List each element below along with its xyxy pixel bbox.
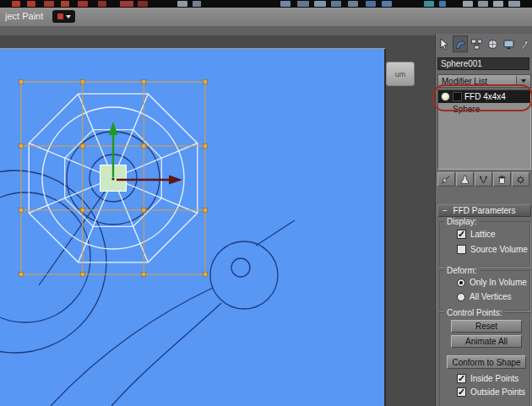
pin-icon: [442, 176, 450, 183]
object-paint-dropdown[interactable]: [52, 10, 75, 23]
stack-item-label: FFD 4x4x4: [464, 92, 506, 101]
tab-hierarchy[interactable]: [469, 35, 484, 52]
background-object-wireframe: [0, 132, 295, 406]
tab-display[interactable]: [501, 35, 516, 52]
radio-icon: [457, 279, 465, 287]
modifier-list-label: Modifier List: [442, 77, 487, 86]
toolbar-icon[interactable]: [424, 1, 434, 7]
checkbox-icon: [457, 374, 466, 383]
toolbar-icon[interactable]: [493, 1, 503, 7]
viewport[interactable]: [0, 49, 386, 406]
tab-utilities[interactable]: [517, 35, 532, 52]
viewport-widget[interactable]: um: [386, 62, 415, 86]
display-group: Display: Lattice Source Volume: [439, 221, 530, 267]
tab-object-paint[interactable]: ject Paint: [5, 11, 43, 21]
tab-motion[interactable]: [485, 35, 500, 52]
stack-item-sphere[interactable]: Sphere: [438, 103, 530, 116]
modifier-enabled-bulb-icon[interactable]: [441, 92, 450, 101]
toolbar-icon[interactable]: [280, 1, 290, 7]
command-panel: Modifier List FFD 4x4x4 Sphere: [435, 34, 532, 406]
checkbox-lattice[interactable]: Lattice: [457, 230, 495, 239]
viewport-canvas: [0, 49, 384, 406]
pin-stack-button[interactable]: [437, 172, 455, 187]
configure-modifier-sets-button[interactable]: [512, 172, 529, 187]
viewport-widget-label: um: [395, 70, 406, 78]
show-end-result-button[interactable]: [456, 172, 474, 187]
deform-group-label: Deform:: [444, 266, 480, 275]
control-points-group: Control Points: Reset Animate All Confor…: [439, 312, 530, 406]
toolbar-icon[interactable]: [478, 1, 488, 7]
toolbar-icon[interactable]: [366, 1, 376, 7]
toolbar-icon[interactable]: [314, 1, 326, 7]
conform-to-shape-button[interactable]: Conform to Shape: [447, 355, 526, 369]
gizmo-center: [111, 177, 114, 180]
modifier-icon: [453, 92, 462, 101]
toolbar-icon[interactable]: [348, 1, 358, 7]
checkbox-icon: [457, 387, 466, 397]
checkbox-icon: [457, 245, 466, 254]
arrow-cursor-icon: [441, 39, 448, 50]
checkbox-label: Outside Points: [470, 387, 525, 397]
modify-pipe-icon: [456, 41, 464, 49]
radio-only-in-volume[interactable]: Only In Volume: [457, 278, 527, 287]
checkbox-label: Source Volume: [470, 245, 528, 254]
rollout-ffd-parameters[interactable]: FFD Parameters: [437, 204, 531, 217]
collapse-icon: [442, 206, 448, 215]
top-toolbar: [0, 0, 532, 8]
checkbox-outside-points[interactable]: Outside Points: [457, 387, 525, 397]
checkbox-label: Lattice: [470, 230, 495, 239]
motion-wheel-icon: [488, 40, 497, 48]
toolbar-icon[interactable]: [297, 1, 309, 7]
checkbox-inside-points[interactable]: Inside Points: [457, 374, 518, 383]
radio-icon: [457, 293, 465, 301]
toolbar-icon[interactable]: [463, 1, 473, 7]
toolbar-icon[interactable]: [12, 1, 20, 7]
hierarchy-icon: [471, 40, 481, 49]
wrench-icon: [521, 41, 529, 49]
modifier-list-dropdown[interactable]: Modifier List: [437, 74, 531, 88]
toolbar-icon[interactable]: [120, 1, 133, 7]
flask-icon: [461, 176, 469, 183]
display-monitor-icon: [504, 41, 513, 49]
stack-item-label: Sphere: [453, 105, 480, 114]
chevron-down-icon[interactable]: [516, 76, 529, 86]
tab-create[interactable]: [437, 35, 452, 52]
display-group-label: Display:: [444, 217, 480, 226]
toolbar-icon[interactable]: [382, 1, 392, 7]
checkbox-label: Inside Points: [470, 374, 518, 383]
radio-all-vertices[interactable]: All Vertices: [457, 292, 511, 301]
checkbox-source-volume[interactable]: Source Volume: [457, 245, 528, 254]
command-panel-tabs: [437, 35, 532, 53]
stack-toolbar: [437, 172, 531, 187]
toolbar-icon[interactable]: [138, 1, 148, 7]
make-unique-button[interactable]: [475, 172, 492, 187]
object-name-field[interactable]: [437, 57, 529, 70]
tab-modify[interactable]: [453, 35, 468, 52]
rollout-title: FFD Parameters: [453, 206, 516, 215]
button-label: Animate All: [465, 337, 508, 346]
toolbar-icon[interactable]: [508, 1, 520, 7]
toolbar-icon[interactable]: [44, 1, 54, 7]
reset-button[interactable]: Reset: [451, 320, 522, 333]
3dsmax-window: ject Paint: [0, 0, 532, 406]
deform-group: Deform: Only In Volume All Vertices: [439, 270, 530, 311]
toolbar-icon[interactable]: [27, 1, 35, 7]
animate-all-button[interactable]: Animate All: [451, 335, 522, 348]
ribbon-bar: ject Paint: [0, 8, 532, 27]
toolbar-icon[interactable]: [193, 1, 201, 7]
toolbar-icon[interactable]: [98, 1, 106, 7]
toolbar-icon[interactable]: [61, 1, 69, 7]
remove-modifier-button[interactable]: [493, 172, 511, 187]
toolbar-icon[interactable]: [439, 1, 446, 7]
modifier-stack: FFD 4x4x4 Sphere: [437, 89, 531, 170]
radio-label: Only In Volume: [470, 278, 527, 287]
toolbar-icon[interactable]: [331, 1, 341, 7]
toolbar-icon[interactable]: [78, 1, 88, 7]
radio-label: All Vertices: [470, 292, 511, 301]
stack-item-ffd[interactable]: FFD 4x4x4: [438, 90, 530, 103]
gear-icon: [517, 176, 524, 183]
control-points-group-label: Control Points:: [444, 308, 505, 317]
button-label: Conform to Shape: [452, 358, 520, 367]
toolbar-icon[interactable]: [177, 1, 187, 7]
button-label: Reset: [475, 322, 497, 331]
